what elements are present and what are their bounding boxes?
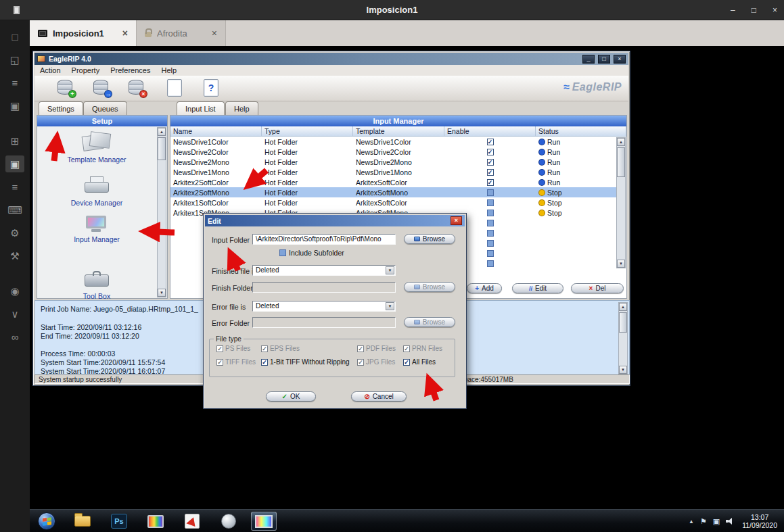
file-type-checkbox[interactable]: ✓ All Files <box>403 358 455 366</box>
add-button[interactable]: + Add <box>467 283 502 293</box>
error-file-select[interactable]: Deleted ▼ <box>252 301 396 312</box>
setup-item-device-manager[interactable]: Device Manager <box>37 176 156 207</box>
enable-checkbox[interactable]: ✓ <box>487 139 494 145</box>
column-header[interactable]: Enable <box>444 126 536 136</box>
enable-checkbox[interactable] <box>487 189 494 196</box>
table-row[interactable]: NewsDrive1Color Hot Folder NewsDrive1Col… <box>170 137 617 147</box>
column-header[interactable]: Status <box>536 126 626 136</box>
enable-checkbox[interactable]: ✓ <box>487 179 494 186</box>
fullscreen-icon[interactable]: ◱ <box>5 51 24 68</box>
chevron-down-icon[interactable]: ∨ <box>5 306 24 322</box>
input-folder-field[interactable]: \ArkitexDirector\Softproof\ToRip\Pdf\Mon… <box>252 234 396 245</box>
tab-afrodita[interactable]: Afrodita × <box>137 20 226 46</box>
input-folder-browse-button[interactable]: Browse <box>404 234 455 244</box>
start-button[interactable] <box>38 512 55 530</box>
taskbar-eaglerip-button[interactable] <box>251 512 277 531</box>
tab-help[interactable]: Help <box>225 101 258 115</box>
minimize-button[interactable]: – <box>731 5 735 15</box>
finished-file-select[interactable]: Deleted ▼ <box>252 265 396 276</box>
taskbar-pdf-button[interactable] <box>181 512 204 531</box>
table-row[interactable]: NewsDrive2Mono Hot Folder NewsDrive2Mono… <box>170 157 617 167</box>
screen-region-icon[interactable]: □ <box>5 28 24 45</box>
table-scrollbar[interactable]: ▲ ▼ <box>616 137 626 268</box>
taskbar-photoshop-button[interactable]: Ps <box>108 512 131 531</box>
tray-display-icon[interactable]: ▣ <box>713 517 720 526</box>
taskbar-explorer-button[interactable] <box>71 512 94 531</box>
column-header[interactable]: Name <box>170 126 262 136</box>
camera-icon[interactable]: ◉ <box>5 283 24 299</box>
restore-button[interactable]: □ <box>752 5 756 15</box>
menu-item[interactable]: Action <box>34 66 66 75</box>
scroll-thumb[interactable] <box>617 147 625 177</box>
setup-item-template-manager[interactable]: Template Manager <box>37 132 156 164</box>
tab-close-icon[interactable]: × <box>212 28 217 39</box>
column-header[interactable]: Template <box>353 126 444 136</box>
cancel-button[interactable]: ⊘ Cancel <box>351 391 407 402</box>
tab-input-list[interactable]: Input List <box>177 101 225 115</box>
table-row[interactable]: Arkitex2SoftColor Hot Folder ArkitexSoft… <box>170 177 617 187</box>
help-icon[interactable]: ? <box>204 79 218 97</box>
enable-checkbox[interactable] <box>487 230 494 237</box>
table-row[interactable]: NewsDrive2Color Hot Folder NewsDrive2Col… <box>170 147 617 157</box>
tab-close-icon[interactable]: × <box>122 28 128 39</box>
enable-checkbox[interactable] <box>487 220 494 226</box>
tools-icon[interactable]: ⚒ <box>5 247 24 264</box>
menu-item[interactable]: Help <box>156 66 182 75</box>
panel-right-icon[interactable]: ▣ <box>5 97 24 114</box>
enable-checkbox[interactable] <box>487 240 494 247</box>
tab-imposicion1[interactable]: Imposicion1 × <box>30 20 137 46</box>
scroll-down-icon[interactable]: ▼ <box>617 260 625 268</box>
column-header[interactable]: Type <box>262 126 353 136</box>
scroll-up-icon[interactable]: ▲ <box>619 303 627 311</box>
keyboard-icon[interactable]: ⌨ <box>5 201 24 218</box>
tray-expand-icon[interactable]: ▲ <box>689 518 694 525</box>
menu-item[interactable]: Property <box>66 66 106 75</box>
scroll-thumb[interactable] <box>619 312 627 333</box>
input-start-icon[interactable]: → <box>92 79 111 97</box>
scroll-thumb[interactable] <box>158 137 166 160</box>
table-row[interactable]: Arkitex2SoftMono Hot Folder ArkitexSoftM… <box>170 187 617 197</box>
setup-scrollbar[interactable]: ▲ ▼ <box>157 127 166 297</box>
file-type-checkbox[interactable]: ✓ PDF Files <box>357 345 403 352</box>
grid-icon[interactable]: ⊞ <box>5 132 24 149</box>
enable-checkbox[interactable] <box>487 260 494 267</box>
scroll-up-icon[interactable]: ▲ <box>158 128 166 136</box>
taskbar-graphics-button[interactable] <box>144 512 167 531</box>
file-type-checkbox[interactable]: ✓ PRN Files <box>403 345 455 352</box>
tab-settings[interactable]: Settings <box>39 101 83 115</box>
tab-queues[interactable]: Queues <box>83 101 127 115</box>
panel-switch-icon[interactable]: ▣ <box>5 155 24 172</box>
app-minimize-button[interactable]: _ <box>582 55 595 64</box>
include-subfolder-checkbox[interactable]: Include Subfolder <box>279 249 344 257</box>
tray-flag-icon[interactable]: ⚑ <box>700 517 707 526</box>
file-type-checkbox[interactable]: ✓ PS Files <box>216 345 261 352</box>
job-info-scrollbar[interactable]: ▲ ▼ <box>618 302 628 374</box>
menu-icon[interactable]: ≡ <box>5 178 24 195</box>
setup-item-input-manager[interactable]: Input Manager <box>37 216 156 243</box>
list-icon[interactable]: ≡ <box>5 74 24 91</box>
setup-item-tool-box[interactable]: Tool Box <box>37 268 156 300</box>
file-type-checkbox[interactable]: ✓ JPG Files <box>357 358 403 366</box>
enable-checkbox[interactable]: ✓ <box>487 149 494 155</box>
enable-checkbox[interactable] <box>487 199 494 206</box>
enable-checkbox[interactable]: ✓ <box>487 159 494 166</box>
file-type-checkbox[interactable]: ✓ TIFF Files <box>216 358 261 366</box>
enable-checkbox[interactable]: ✓ <box>487 169 494 176</box>
settings-gear-icon[interactable]: ⚙ <box>5 224 24 241</box>
menu-item[interactable]: Preferences <box>105 66 156 75</box>
table-row[interactable]: NewsDrive1Mono Hot Folder NewsDrive1Mono… <box>170 167 617 177</box>
link-icon[interactable]: ∞ <box>5 329 24 345</box>
scroll-down-icon[interactable]: ▼ <box>619 366 627 374</box>
file-type-checkbox[interactable]: ✓ EPS Files <box>261 345 357 352</box>
table-row[interactable]: Arkitex1SoftColor Hot Folder ArkitexSoft… <box>170 197 617 208</box>
close-button[interactable]: × <box>773 5 777 15</box>
app-maximize-button[interactable]: □ <box>598 55 610 64</box>
combo-arrow-icon[interactable]: ▼ <box>386 302 394 310</box>
edit-button[interactable]: ii Edit <box>512 283 563 293</box>
volume-icon[interactable] <box>726 518 734 525</box>
scroll-up-icon[interactable]: ▲ <box>617 138 625 146</box>
app-close-button[interactable]: × <box>614 55 626 64</box>
taskbar-clock[interactable]: 13:07 11/09/2020 <box>742 513 777 529</box>
combo-arrow-icon[interactable]: ▼ <box>386 266 394 274</box>
scroll-down-icon[interactable]: ▼ <box>158 289 166 297</box>
